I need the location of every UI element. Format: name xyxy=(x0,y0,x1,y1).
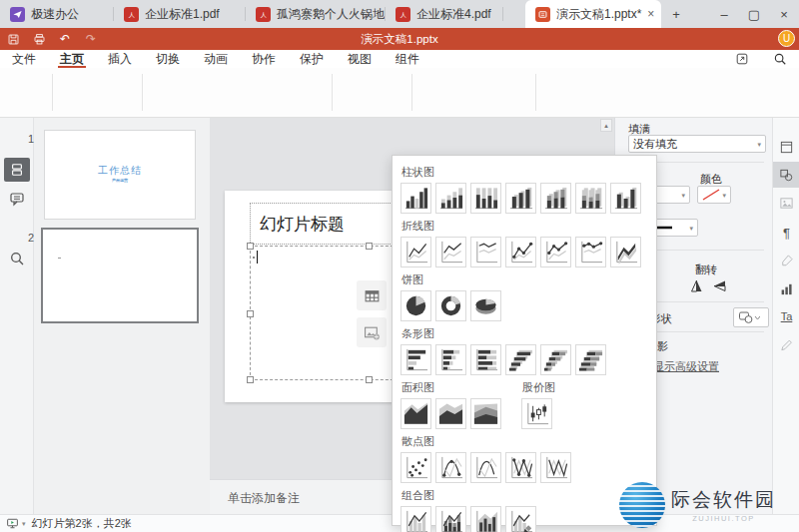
chart-type-col-3d-stacked-icon[interactable] xyxy=(540,183,571,214)
menu-view[interactable]: 视图 xyxy=(336,50,384,68)
tab-speed-office[interactable]: 极速办公 xyxy=(0,0,114,28)
maximize-button[interactable]: ▢ xyxy=(739,0,769,28)
resize-handle[interactable] xyxy=(247,376,254,383)
chart-type-combo-clustered-icon[interactable] xyxy=(400,506,431,532)
chart-type-area-icon[interactable] xyxy=(400,398,431,429)
tab-close-icon[interactable]: × xyxy=(647,7,654,21)
menu-transition[interactable]: 切换 xyxy=(144,50,192,68)
advanced-settings-link[interactable]: 显示高级设置 xyxy=(653,359,719,374)
tab-pdf-2[interactable]: 人 孤鸿寨鹅个人火锅地方... xyxy=(246,0,386,28)
chart-type-line-100-icon[interactable] xyxy=(470,237,501,267)
share-icon[interactable] xyxy=(723,50,761,68)
comment-icon[interactable] xyxy=(8,190,26,208)
chart-type-line-3d-icon[interactable] xyxy=(610,237,641,267)
layout-pane-icon[interactable] xyxy=(773,134,799,160)
chart-type-line-icon[interactable] xyxy=(400,237,431,267)
chart-type-bar-clustered-icon[interactable] xyxy=(400,344,431,375)
chart-type-col-3d-icon[interactable] xyxy=(610,183,641,214)
ink-pane-icon[interactable] xyxy=(773,331,799,357)
chart-type-pie-icon[interactable] xyxy=(400,290,431,321)
tab-pdf-1[interactable]: 人 企业标准1.pdf xyxy=(114,0,246,28)
resize-handle[interactable] xyxy=(247,243,254,250)
pdf-file-icon: 人 xyxy=(124,7,139,22)
flip-horizontal-icon[interactable] xyxy=(712,278,729,293)
slides-panel-icon[interactable] xyxy=(4,158,30,182)
redo-icon[interactable]: ↷ xyxy=(78,28,104,50)
chart-group: 面积图 xyxy=(400,377,501,429)
fill-select[interactable]: 没有填充▾ xyxy=(628,135,766,153)
insert-table-icon[interactable] xyxy=(357,280,387,310)
resize-handle[interactable] xyxy=(366,243,373,250)
chart-type-line-100-markers-icon[interactable] xyxy=(575,237,606,267)
chart-type-line-stacked-markers-icon[interactable] xyxy=(540,237,571,267)
chart-type-scatter-smooth-icon[interactable] xyxy=(470,452,501,483)
chart-type-col-100-icon[interactable] xyxy=(470,183,501,214)
slide-thumbnail-1[interactable]: 工作总结 产品运营 xyxy=(45,131,195,219)
resize-handle[interactable] xyxy=(366,376,373,383)
menu-protect[interactable]: 保护 xyxy=(288,50,336,68)
user-avatar[interactable]: U xyxy=(778,30,795,47)
chart-type-bar-3d-100-icon[interactable] xyxy=(575,344,606,375)
chart-type-bar-3d-clustered-icon[interactable] xyxy=(505,344,536,375)
chart-type-bar-stacked-icon[interactable] xyxy=(435,344,466,375)
change-shape-button[interactable] xyxy=(733,307,769,327)
search-icon[interactable] xyxy=(761,50,799,68)
menu-insert[interactable]: 插入 xyxy=(96,50,144,68)
tab-label: 孤鸿寨鹅个人火锅地方... xyxy=(277,6,386,23)
chart-type-stock-icon[interactable] xyxy=(521,398,552,429)
chart-type-area-stacked-icon[interactable] xyxy=(435,398,466,429)
minimize-button[interactable]: – xyxy=(709,0,739,28)
chart-type-combo-custom-icon[interactable] xyxy=(505,506,536,532)
image-pane-icon[interactable] xyxy=(773,190,799,216)
text-effects-pane-icon[interactable]: Ta xyxy=(773,303,799,329)
chart-type-col-3d-clustered-icon[interactable] xyxy=(505,183,536,214)
menu-file[interactable]: 文件 xyxy=(0,50,48,68)
line-color-select[interactable]: ▾ xyxy=(697,186,731,204)
insert-picture-icon[interactable] xyxy=(357,317,387,347)
chart-type-col-clustered-icon[interactable] xyxy=(400,183,431,214)
shape-pane-icon[interactable] xyxy=(773,162,799,188)
chart-type-col-stacked-icon[interactable] xyxy=(435,183,466,214)
play-from-current-icon[interactable] xyxy=(6,517,19,530)
slide-thumbnail-2[interactable] xyxy=(43,230,197,321)
chart-group-title: 面积图 xyxy=(401,380,501,395)
chart-type-col-3d-100-icon[interactable] xyxy=(575,183,606,214)
chart-type-bar-3d-stacked-icon[interactable] xyxy=(540,344,571,375)
chart-type-combo-area-icon[interactable] xyxy=(470,506,501,532)
chart-group-title: 组合图 xyxy=(401,488,536,503)
save-icon[interactable] xyxy=(0,28,26,50)
search-icon[interactable] xyxy=(8,250,26,267)
ppt-file-icon xyxy=(535,7,550,22)
chart-type-scatter-lines-icon[interactable] xyxy=(540,452,571,483)
canvas-scrollbar-up-icon[interactable]: ▴ xyxy=(600,119,612,132)
design-pane-icon[interactable] xyxy=(773,248,799,273)
browser-tab-bar: 极速办公 人 企业标准1.pdf 人 孤鸿寨鹅个人火锅地方... 人 企业标准4… xyxy=(0,0,799,28)
new-tab-button[interactable]: + xyxy=(661,0,691,28)
paragraph-pane-icon[interactable]: ¶ xyxy=(773,220,799,246)
chart-type-pie-3d-icon[interactable] xyxy=(470,290,501,321)
chart-type-line-stacked-icon[interactable] xyxy=(435,237,466,267)
tab-pdf-3[interactable]: 人 企业标准4.pdf xyxy=(386,0,503,28)
chart-type-line-markers-icon[interactable] xyxy=(505,237,536,267)
close-button[interactable]: × xyxy=(769,0,799,28)
chart-type-doughnut-icon[interactable] xyxy=(435,290,466,321)
menu-collaborate[interactable]: 协作 xyxy=(240,50,288,68)
undo-icon[interactable]: ↶ xyxy=(52,28,78,50)
chart-pane-icon[interactable] xyxy=(773,275,799,301)
print-icon[interactable] xyxy=(26,28,52,50)
chart-type-scatter-lines-markers-icon[interactable] xyxy=(505,452,536,483)
chart-type-area-100-icon[interactable] xyxy=(470,398,501,429)
menu-components[interactable]: 组件 xyxy=(384,50,431,68)
chart-group: 股价图 xyxy=(521,377,555,429)
pdf-file-icon: 人 xyxy=(256,7,271,22)
chart-type-scatter-smooth-markers-icon[interactable] xyxy=(435,452,466,483)
chart-type-bar-100-icon[interactable] xyxy=(470,344,501,375)
chart-type-combo-stacked-line-icon[interactable] xyxy=(435,506,466,532)
menu-animation[interactable]: 动画 xyxy=(192,50,240,68)
chart-type-scatter-icon[interactable] xyxy=(400,452,431,483)
right-rail: ¶ Ta xyxy=(772,118,799,514)
resize-handle[interactable] xyxy=(247,310,254,317)
flip-vertical-icon[interactable] xyxy=(688,278,705,293)
menu-home[interactable]: 主页 xyxy=(48,50,96,68)
tab-presentation-active[interactable]: 演示文稿1.pptx* × xyxy=(525,0,661,28)
